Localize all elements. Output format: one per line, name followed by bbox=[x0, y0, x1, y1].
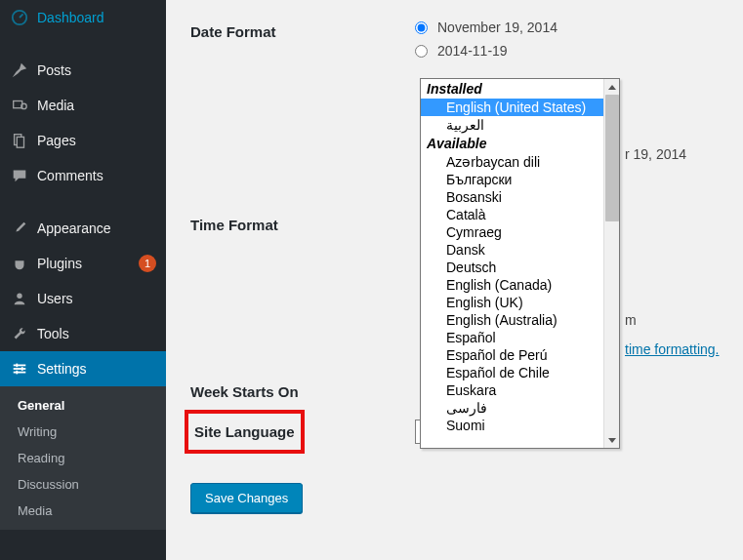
settings-submenu: General Writing Reading Discussion Media bbox=[0, 386, 166, 530]
dropdown-scrollbar[interactable] bbox=[603, 79, 619, 448]
sidebar-label: Media bbox=[37, 98, 156, 113]
gear-icon bbox=[10, 359, 29, 379]
sidebar-label: Comments bbox=[37, 168, 156, 183]
dropdown-option[interactable]: Español de Chile bbox=[421, 364, 603, 381]
sidebar-label: Pages bbox=[37, 133, 156, 148]
partial-m-text: m bbox=[625, 312, 637, 328]
svg-rect-11 bbox=[16, 371, 18, 375]
date-option-2: 2014-11-19 bbox=[415, 43, 719, 59]
svg-rect-6 bbox=[14, 365, 26, 367]
partial-date-text: r 19, 2014 bbox=[625, 146, 686, 162]
dropdown-option[interactable]: English (Australia) bbox=[421, 311, 603, 329]
page-icon bbox=[10, 131, 29, 150]
sidebar-item-comments[interactable]: Comments bbox=[0, 158, 166, 193]
sidebar-label: Settings bbox=[37, 361, 156, 377]
sidebar-item-plugins[interactable]: Plugins 1 bbox=[0, 246, 166, 281]
sidebar-item-posts[interactable]: Posts bbox=[0, 53, 166, 88]
dashboard-icon bbox=[10, 8, 29, 27]
dropdown-option[interactable]: Suomi bbox=[421, 417, 603, 434]
date-radio-2[interactable] bbox=[415, 45, 428, 58]
dropdown-option[interactable]: العربية bbox=[421, 116, 603, 134]
dropdown-option[interactable]: Euskara bbox=[421, 381, 603, 399]
time-formatting-link[interactable]: time formatting. bbox=[625, 341, 719, 357]
svg-rect-7 bbox=[14, 368, 26, 370]
dropdown-option[interactable]: Català bbox=[421, 206, 603, 223]
dropdown-option[interactable]: English (Canada) bbox=[421, 276, 603, 294]
sidebar-item-pages[interactable]: Pages bbox=[0, 123, 166, 158]
time-format-label: Time Format bbox=[190, 213, 415, 233]
user-icon bbox=[10, 289, 29, 308]
dropdown-option[interactable]: Cymraeg bbox=[421, 223, 603, 241]
dropdown-option[interactable]: Deutsch bbox=[421, 259, 603, 276]
sidebar-label: Dashboard bbox=[37, 10, 156, 25]
date-format-field: November 19, 2014 2014-11-19 bbox=[415, 20, 719, 66]
date-radio-2-label: 2014-11-19 bbox=[437, 43, 508, 59]
sidebar-item-dashboard[interactable]: Dashboard bbox=[0, 0, 166, 35]
dropdown-option[interactable]: Bosanski bbox=[421, 188, 603, 206]
submenu-item-writing[interactable]: Writing bbox=[0, 419, 166, 445]
sidebar-item-appearance[interactable]: Appearance bbox=[0, 211, 166, 246]
dropdown-option[interactable]: Български bbox=[421, 171, 603, 188]
highlight-box: Site Language bbox=[185, 410, 305, 454]
sidebar-label: Posts bbox=[37, 62, 156, 78]
scroll-up-icon[interactable] bbox=[604, 79, 619, 95]
date-format-label: Date Format bbox=[190, 20, 415, 66]
submenu-item-discussion[interactable]: Discussion bbox=[0, 471, 166, 498]
brush-icon bbox=[10, 219, 29, 238]
sidebar-label: Tools bbox=[37, 326, 156, 341]
language-dropdown: Installed English (United States) العربي… bbox=[420, 78, 620, 449]
scroll-down-icon[interactable] bbox=[604, 432, 619, 448]
dropdown-group-installed: Installed bbox=[421, 79, 603, 99]
submenu-item-media[interactable]: Media bbox=[0, 498, 166, 524]
sidebar-item-settings[interactable]: Settings bbox=[0, 351, 166, 386]
sidebar-item-media[interactable]: Media bbox=[0, 88, 166, 123]
wrench-icon bbox=[10, 324, 29, 343]
language-dropdown-list: Installed English (United States) العربي… bbox=[421, 79, 603, 448]
save-button[interactable]: Save Changes bbox=[190, 483, 303, 513]
dropdown-option[interactable]: Español de Perú bbox=[421, 346, 603, 364]
sidebar-item-tools[interactable]: Tools bbox=[0, 316, 166, 351]
sidebar-item-users[interactable]: Users bbox=[0, 281, 166, 316]
svg-rect-8 bbox=[14, 372, 26, 374]
comment-icon bbox=[10, 166, 29, 185]
dropdown-option[interactable]: Español bbox=[421, 329, 603, 346]
dropdown-option[interactable]: فارسی bbox=[421, 399, 603, 417]
submenu-item-reading[interactable]: Reading bbox=[0, 445, 166, 471]
media-icon bbox=[10, 96, 29, 115]
dropdown-option[interactable]: English (UK) bbox=[421, 294, 603, 311]
update-badge: 1 bbox=[139, 255, 156, 272]
date-format-row: Date Format November 19, 2014 2014-11-19 bbox=[190, 20, 719, 66]
dropdown-option[interactable]: Dansk bbox=[421, 241, 603, 259]
site-language-label-wrap: Site Language bbox=[190, 420, 415, 444]
plugin-icon bbox=[10, 254, 29, 273]
date-radio-1[interactable] bbox=[415, 21, 428, 34]
dropdown-group-available: Available bbox=[421, 134, 603, 153]
admin-sidebar: Dashboard Posts Media Pages Comments App… bbox=[0, 0, 166, 560]
scroll-thumb[interactable] bbox=[605, 95, 619, 221]
submenu-item-general[interactable]: General bbox=[0, 392, 166, 419]
sidebar-label: Users bbox=[37, 291, 156, 306]
site-language-label: Site Language bbox=[194, 423, 295, 440]
date-option-1: November 19, 2014 bbox=[415, 20, 719, 35]
dropdown-option[interactable]: English (United States) bbox=[421, 99, 603, 116]
svg-rect-4 bbox=[17, 137, 23, 147]
dropdown-option[interactable]: Azərbaycan dili bbox=[421, 153, 603, 171]
sidebar-label: Plugins bbox=[37, 256, 135, 271]
pin-icon bbox=[10, 60, 29, 80]
svg-rect-9 bbox=[16, 364, 18, 368]
svg-rect-10 bbox=[21, 367, 23, 371]
week-starts-label: Week Starts On bbox=[190, 380, 415, 400]
date-radio-1-label: November 19, 2014 bbox=[437, 20, 557, 35]
sidebar-label: Appearance bbox=[37, 220, 156, 236]
svg-point-5 bbox=[17, 294, 21, 299]
